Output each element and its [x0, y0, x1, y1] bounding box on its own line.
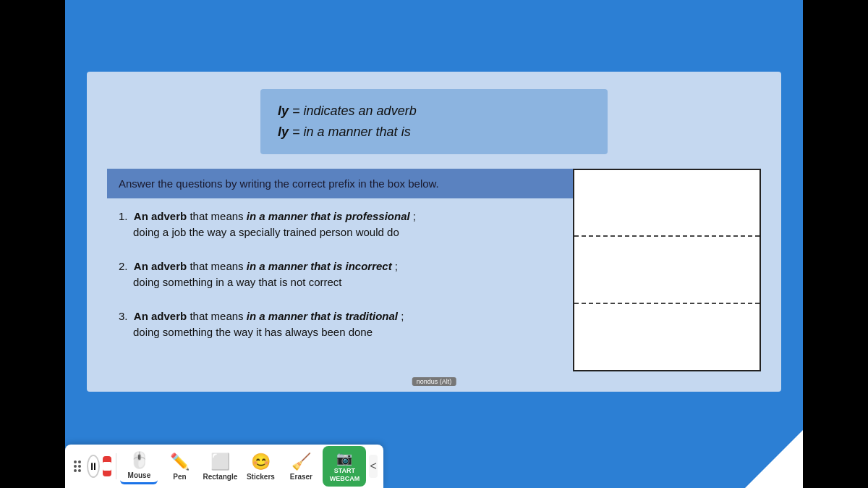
q2-adverb: An adverb — [134, 260, 187, 272]
mouse-label: Mouse — [128, 471, 151, 479]
rectangle-label: Rectangle — [203, 473, 238, 481]
stickers-label: Stickers — [247, 473, 275, 481]
webcam-icon: 📷 — [336, 450, 352, 466]
answer-box-2[interactable] — [574, 237, 760, 304]
q2-semicolon: ; — [395, 260, 398, 272]
pen-icon: ✏️ — [170, 453, 190, 471]
stickers-icon: 😊 — [251, 453, 271, 471]
eraser-tool[interactable]: 🧹 Eraser — [282, 450, 320, 484]
collapse-toolbar-button[interactable]: < — [369, 455, 378, 478]
definition-line2: ly = in a manner that is — [278, 122, 590, 143]
answer-box-1[interactable] — [574, 170, 760, 237]
small-label: nondus (Alt) — [412, 377, 456, 386]
pause-icon: ⏸ — [88, 460, 98, 472]
definition-text-2: in a manner that is — [304, 125, 411, 139]
answer-boxes — [573, 169, 761, 371]
q2-text2: doing something in a way that is not cor… — [133, 276, 342, 288]
black-bar-right — [803, 0, 868, 488]
dots-row-1 — [74, 460, 81, 463]
dots-row-3 — [74, 469, 81, 472]
toolbar: ⏸ 🖱️ Mouse ✏️ Pen ⬜ Rectangle 😊 Stickers… — [65, 445, 383, 488]
q1-number: 1. — [119, 210, 131, 222]
rectangle-icon: ⬜ — [210, 453, 230, 471]
dots-row-2 — [74, 465, 81, 468]
ly-keyword-2: ly — [278, 125, 289, 139]
arrow-icon: < — [370, 460, 377, 473]
q1-adverb: An adverb — [134, 210, 187, 222]
drag-handle[interactable] — [71, 458, 84, 475]
pen-tool[interactable]: ✏️ Pen — [161, 450, 198, 484]
q2-number: 2. — [119, 260, 131, 272]
eraser-icon: 🧹 — [292, 453, 311, 471]
pen-label: Pen — [173, 473, 186, 481]
q3-text1: that means — [190, 310, 246, 322]
eraser-label: Eraser — [290, 473, 312, 481]
q1-semicolon: ; — [413, 210, 416, 222]
equals-1: = — [292, 104, 304, 118]
q1-bold: in a manner that is professional — [247, 210, 410, 222]
slide: ly = indicates an adverb ly = in a manne… — [87, 72, 781, 392]
q3-semicolon: ; — [401, 310, 404, 322]
q1-text1: that means — [190, 210, 246, 222]
stickers-tool[interactable]: 😊 Stickers — [242, 450, 279, 484]
rectangle-tool[interactable]: ⬜ Rectangle — [201, 450, 239, 484]
pause-button[interactable]: ⏸ — [87, 455, 100, 478]
q2-bold: in a manner that is incorrect — [247, 260, 392, 272]
stop-icon — [103, 462, 111, 471]
answer-section: Answer the questions by writing the corr… — [107, 169, 761, 371]
definition-box: ly = indicates an adverb ly = in a manne… — [260, 89, 608, 154]
q2-text1: that means — [190, 260, 246, 272]
webcam-label: STARTWEBCAM — [330, 467, 360, 483]
q3-adverb: An adverb — [134, 310, 187, 322]
answer-box-3[interactable] — [574, 304, 760, 370]
webcam-button[interactable]: 📷 STARTWEBCAM — [323, 446, 366, 487]
q3-text2: doing something the way it has always be… — [133, 326, 373, 338]
definition-line1: ly = indicates an adverb — [278, 101, 590, 122]
q3-number: 3. — [119, 310, 131, 322]
ly-keyword-1: ly — [278, 104, 289, 118]
mouse-tool[interactable]: 🖱️ Mouse — [120, 448, 158, 484]
equals-2: = — [292, 125, 304, 139]
definition-text-1: indicates an adverb — [304, 104, 417, 118]
black-bar-left — [0, 0, 65, 488]
instructions-text: Answer the questions by writing the corr… — [119, 177, 439, 190]
slide-container: ly = indicates an adverb ly = in a manne… — [65, 0, 803, 463]
record-stop-button[interactable] — [103, 456, 111, 476]
mouse-icon: 🖱️ — [129, 451, 149, 470]
q1-text2: doing a job the way a specially trained … — [133, 226, 399, 238]
q3-bold: in a manner that is traditional — [247, 310, 398, 322]
